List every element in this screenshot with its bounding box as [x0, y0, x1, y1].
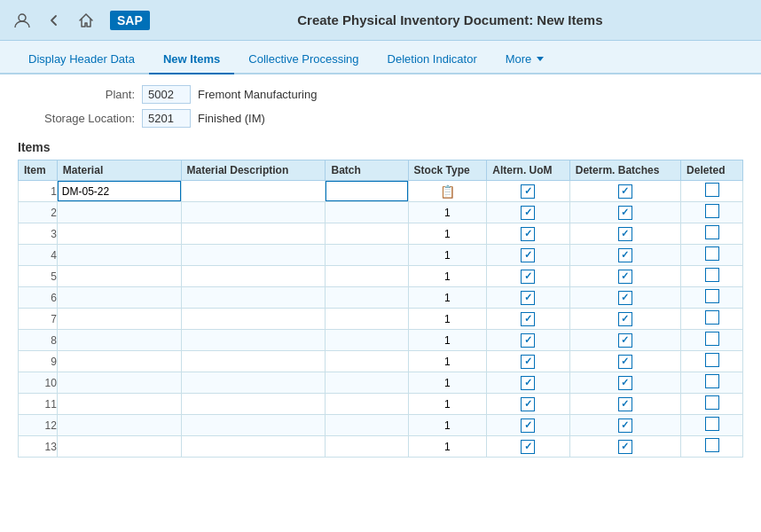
- cell-material-desc[interactable]: [181, 181, 326, 202]
- home-icon[interactable]: [75, 9, 98, 32]
- tab-more[interactable]: More: [491, 45, 559, 74]
- detbatch-checkbox[interactable]: [618, 376, 632, 390]
- deleted-checkbox[interactable]: [705, 417, 719, 431]
- cell-deleted[interactable]: [681, 436, 743, 458]
- altuom-checkbox[interactable]: [521, 440, 535, 454]
- altuom-checkbox[interactable]: [521, 419, 535, 433]
- cell-material[interactable]: [57, 394, 181, 415]
- cell-material-desc[interactable]: [181, 436, 326, 458]
- cell-stock-type[interactable]: [408, 287, 487, 309]
- cell-determ-batches[interactable]: [569, 309, 680, 330]
- cell-batch[interactable]: [326, 266, 408, 287]
- cell-determ-batches[interactable]: [569, 351, 680, 372]
- cell-batch[interactable]: [326, 394, 408, 415]
- cell-batch[interactable]: [326, 223, 408, 245]
- tab-new-items[interactable]: New Items: [149, 45, 234, 74]
- detbatch-checkbox[interactable]: [618, 206, 632, 220]
- cell-altern-uom[interactable]: [487, 245, 570, 266]
- deleted-checkbox[interactable]: [705, 310, 719, 325]
- deleted-checkbox[interactable]: [705, 268, 719, 282]
- cell-material[interactable]: [57, 223, 181, 245]
- cell-material-desc[interactable]: [181, 394, 326, 415]
- detbatch-checkbox[interactable]: [618, 397, 632, 411]
- cell-stock-type[interactable]: [408, 330, 487, 351]
- cell-material[interactable]: [57, 202, 181, 223]
- cell-deleted[interactable]: [681, 372, 743, 394]
- cell-material[interactable]: [57, 415, 181, 436]
- cell-stock-type[interactable]: [408, 372, 487, 394]
- cell-material-desc[interactable]: [181, 351, 326, 372]
- altuom-checkbox[interactable]: [521, 270, 535, 284]
- detbatch-checkbox[interactable]: [618, 291, 632, 305]
- cell-material[interactable]: [57, 287, 181, 309]
- cell-deleted[interactable]: [681, 181, 743, 202]
- cell-material[interactable]: [57, 436, 181, 458]
- cell-material[interactable]: [57, 266, 181, 287]
- cell-stock-type[interactable]: [408, 436, 487, 458]
- cell-stock-type[interactable]: [408, 223, 487, 245]
- tab-display-header[interactable]: Display Header Data: [14, 45, 149, 74]
- cell-batch[interactable]: [326, 436, 408, 458]
- deleted-checkbox[interactable]: [705, 225, 719, 239]
- cell-material-desc[interactable]: [181, 266, 326, 287]
- deleted-checkbox[interactable]: [705, 289, 719, 303]
- cell-deleted[interactable]: [681, 394, 743, 415]
- cell-batch[interactable]: [326, 372, 408, 394]
- cell-material-desc[interactable]: [181, 309, 326, 330]
- cell-determ-batches[interactable]: [569, 436, 680, 458]
- detbatch-checkbox[interactable]: [618, 312, 632, 326]
- cell-altern-uom[interactable]: [487, 330, 570, 351]
- detbatch-checkbox[interactable]: [618, 333, 632, 348]
- deleted-checkbox[interactable]: [705, 374, 719, 388]
- cell-altern-uom[interactable]: [487, 266, 570, 287]
- cell-deleted[interactable]: [681, 202, 743, 223]
- cell-altern-uom[interactable]: [487, 309, 570, 330]
- cell-stock-type[interactable]: [408, 266, 487, 287]
- cell-determ-batches[interactable]: [569, 394, 680, 415]
- cell-stock-type[interactable]: [408, 202, 487, 223]
- cell-altern-uom[interactable]: [487, 223, 570, 245]
- deleted-checkbox[interactable]: [705, 183, 719, 197]
- cell-material-desc[interactable]: [181, 415, 326, 436]
- cell-deleted[interactable]: [681, 351, 743, 372]
- cell-material[interactable]: [57, 372, 181, 394]
- detbatch-checkbox[interactable]: [618, 184, 632, 199]
- cell-determ-batches[interactable]: [569, 266, 680, 287]
- tab-collective-processing[interactable]: Collective Processing: [234, 45, 373, 74]
- cell-batch[interactable]: [326, 181, 408, 202]
- cell-material[interactable]: [57, 181, 181, 202]
- cell-deleted[interactable]: [681, 330, 743, 351]
- cell-determ-batches[interactable]: [569, 223, 680, 245]
- cell-determ-batches[interactable]: [569, 330, 680, 351]
- cell-batch[interactable]: [326, 245, 408, 266]
- cell-batch[interactable]: [326, 309, 408, 330]
- altuom-checkbox[interactable]: [521, 376, 535, 390]
- cell-stock-type[interactable]: [408, 394, 487, 415]
- altuom-checkbox[interactable]: [521, 206, 535, 220]
- cell-deleted[interactable]: [681, 309, 743, 330]
- cell-material[interactable]: [57, 309, 181, 330]
- cell-batch[interactable]: [326, 330, 408, 351]
- cell-altern-uom[interactable]: [487, 415, 570, 436]
- cell-determ-batches[interactable]: [569, 287, 680, 309]
- cell-stock-type[interactable]: [408, 245, 487, 266]
- cell-deleted[interactable]: [681, 245, 743, 266]
- cell-batch[interactable]: [326, 351, 408, 372]
- deleted-checkbox[interactable]: [705, 438, 719, 452]
- detbatch-checkbox[interactable]: [618, 355, 632, 369]
- deleted-checkbox[interactable]: [705, 246, 719, 261]
- altuom-checkbox[interactable]: [521, 291, 535, 305]
- tab-deletion-indicator[interactable]: Deletion Indicator: [373, 45, 491, 74]
- cell-material[interactable]: [57, 245, 181, 266]
- detbatch-checkbox[interactable]: [618, 248, 632, 262]
- detbatch-checkbox[interactable]: [618, 419, 632, 433]
- cell-altern-uom[interactable]: [487, 372, 570, 394]
- cell-stock-type[interactable]: [408, 309, 487, 330]
- altuom-checkbox[interactable]: [521, 184, 535, 199]
- cell-batch[interactable]: [326, 287, 408, 309]
- cell-material-desc[interactable]: [181, 223, 326, 245]
- cell-determ-batches[interactable]: [569, 202, 680, 223]
- cell-determ-batches[interactable]: [569, 181, 680, 202]
- detbatch-checkbox[interactable]: [618, 440, 632, 454]
- deleted-checkbox[interactable]: [705, 332, 719, 346]
